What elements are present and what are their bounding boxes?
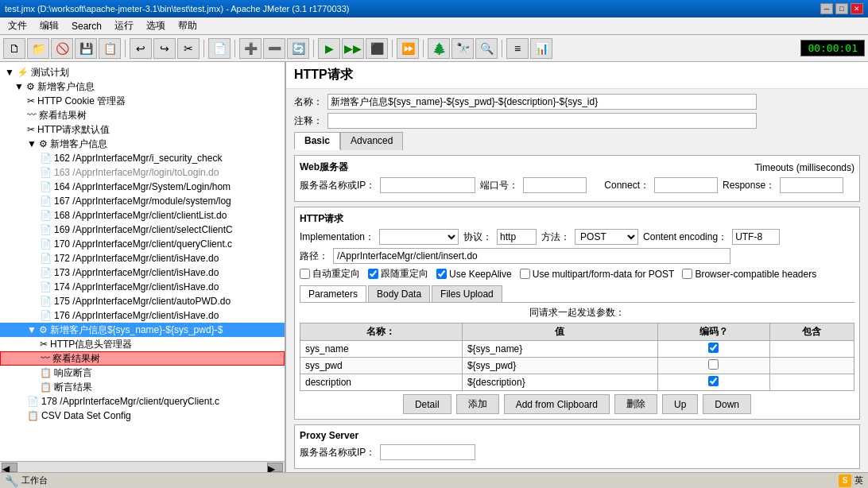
add-from-clipboard-button[interactable]: Add from Clipboard [504, 394, 610, 414]
impl-select[interactable] [379, 229, 459, 245]
row3-value[interactable]: ${description} [462, 374, 657, 391]
menu-file[interactable]: 文件 [3, 17, 32, 34]
connect-input[interactable] [654, 177, 718, 193]
tree-item-r178[interactable]: 📄 178 /ApprInterfaceMgr/client/queryClie… [0, 394, 285, 409]
row2-name[interactable]: sys_pwd [300, 358, 463, 374]
toolbar-list[interactable]: ≡ [506, 38, 529, 59]
tree-item-r174[interactable]: 📄 174 /ApprInterfaceMgr/client/isHave.do [0, 280, 285, 294]
tab-advanced[interactable]: Advanced [340, 132, 403, 150]
up-button[interactable]: Up [662, 394, 698, 414]
tree-item-plan[interactable]: ▼ ⚡ 测试计划 [0, 65, 285, 79]
tree-item-r162[interactable]: 📄 162 /ApprInterfaceMgr/i_security_check [0, 151, 285, 165]
close-button[interactable]: ✕ [851, 3, 863, 14]
toolbar-trees[interactable]: 🌲 [428, 38, 450, 59]
toolbar-stop[interactable]: ⬛ [366, 38, 388, 59]
tree-item-r176[interactable]: 📄 176 /ApprInterfaceMgr/client/isHave.do [0, 308, 285, 323]
name-input[interactable] [327, 94, 757, 110]
encoding-input[interactable] [732, 229, 780, 245]
scroll-right-btn[interactable]: ▶ [267, 463, 283, 472]
tree-item-view-tree[interactable]: 〰 察看结果树 [0, 108, 285, 122]
follow-redirect-cb[interactable] [368, 269, 378, 279]
tree-item-new-client3[interactable]: ▼ ⚙ 新增客户信息${sys_name}-${sys_pwd}-$ [0, 323, 285, 337]
browser-compat-cb[interactable] [682, 269, 692, 279]
tree-item-http-header[interactable]: ✂ HTTP信息头管理器 [0, 337, 285, 351]
scroll-left-btn[interactable]: ◀ [2, 463, 17, 472]
comment-input[interactable] [327, 113, 757, 129]
tree-item-r173[interactable]: 📄 173 /ApprInterfaceMgr/client/isHave.do [0, 265, 285, 280]
tree-item-r163[interactable]: 📄 163 /ApprInterfaceMgr/login/toLogin.do [0, 165, 285, 180]
toolbar-props[interactable]: 📊 [530, 38, 552, 59]
tree-item-r169[interactable]: 📄 169 /ApprInterfaceMgr/client/selectCli… [0, 223, 285, 237]
toolbar-saveas[interactable]: 📋 [99, 38, 121, 59]
toolbar-redo[interactable]: ↪ [153, 38, 176, 59]
toolbar-copy[interactable]: 📄 [208, 38, 231, 59]
tree-item-view-tree2[interactable]: 〰 察看结果树 [0, 351, 285, 366]
toolbar-search[interactable]: 🔍 [475, 38, 498, 59]
sub-tab-parameters[interactable]: Parameters [300, 285, 366, 302]
tab-basic[interactable]: Basic [294, 132, 340, 150]
menu-run[interactable]: 运行 [110, 17, 138, 34]
port-input[interactable] [523, 177, 587, 193]
tree-item-r172[interactable]: 📄 172 /ApprInterfaceMgr/client/isHave.do [0, 251, 285, 265]
minimize-button[interactable]: ─ [820, 3, 833, 14]
add-button[interactable]: 添加 [456, 394, 499, 414]
auto-redirect-cb[interactable] [300, 269, 310, 279]
toolbar-open[interactable]: 📁 [27, 38, 49, 59]
row3-encode[interactable] [658, 374, 770, 391]
tree-item-csv[interactable]: 📋 CSV Data Set Config [0, 409, 285, 423]
toolbar-timer: 00:00:01 [800, 40, 865, 56]
menu-search[interactable]: Search [67, 19, 107, 33]
toolbar-new[interactable]: 🗋 [3, 38, 25, 59]
proxy-server-input[interactable] [380, 444, 475, 460]
row1-value[interactable]: ${sys_name} [462, 341, 657, 358]
toolbar-binoculars[interactable]: 🔭 [451, 38, 474, 59]
sub-tab-files-upload[interactable]: Files Upload [432, 285, 502, 302]
row3-name[interactable]: description [300, 374, 463, 391]
hscroll-track[interactable] [19, 464, 265, 471]
path-input[interactable] [333, 248, 730, 264]
protocol-input[interactable] [497, 229, 537, 245]
toolbar-close[interactable]: 🚫 [51, 38, 73, 59]
tree-item-r168[interactable]: 📄 168 /ApprInterfaceMgr/client/clientLis… [0, 208, 285, 223]
response-input[interactable] [780, 177, 843, 193]
tree-item-response-assert[interactable]: 📋 响应断言 [0, 366, 285, 380]
detail-button[interactable]: Detail [403, 394, 451, 414]
tree-item-assert-result[interactable]: 📋 断言结果 [0, 380, 285, 394]
row1-encode[interactable] [658, 341, 770, 358]
delete-button[interactable]: 删除 [614, 394, 657, 414]
server-input[interactable] [380, 177, 475, 193]
down-button[interactable]: Down [703, 394, 751, 414]
toolbar-add[interactable]: ➕ [239, 38, 262, 59]
tree-item-new-client[interactable]: ▼ ⚙ 新增客户信息 [0, 79, 285, 94]
row1-include[interactable] [769, 341, 854, 358]
toolbar-undo[interactable]: ↩ [130, 38, 152, 59]
tree-item-default[interactable]: ✂ HTTP请求默认值 [0, 122, 285, 137]
tree-hscrollbar[interactable]: ◀ ▶ [0, 461, 285, 472]
tree-item-r175[interactable]: 📄 175 /ApprInterfaceMgr/client/autoPWD.d… [0, 294, 285, 308]
tree-item-r167[interactable]: 📄 167 /ApprInterfaceMgr/module/system/lo… [0, 194, 285, 208]
tree-item-r170[interactable]: 📄 170 /ApprInterfaceMgr/client/queryClie… [0, 237, 285, 251]
toolbar-save[interactable]: 💾 [75, 38, 97, 59]
tree-item-cookie[interactable]: ✂ HTTP Cookie 管理器 [0, 94, 285, 108]
tree-item-r164[interactable]: 📄 164 /ApprInterfaceMgr/System/Login/hom [0, 180, 285, 194]
maximize-button[interactable]: □ [835, 3, 848, 14]
toolbar-cut[interactable]: ✂ [177, 38, 200, 59]
toolbar-remote-start[interactable]: ⏩ [397, 38, 419, 59]
menu-help[interactable]: 帮助 [173, 17, 202, 34]
keepalive-cb[interactable] [436, 269, 447, 279]
tree-item-new-client2[interactable]: ▼ ⚙ 新增客户信息 [0, 137, 285, 151]
toolbar-start-nopause[interactable]: ▶▶ [342, 38, 364, 59]
toolbar-clear[interactable]: 🔄 [287, 38, 309, 59]
row2-encode[interactable] [658, 358, 770, 374]
method-select[interactable]: POST GET [575, 229, 638, 245]
row3-include[interactable] [769, 374, 854, 391]
row2-value[interactable]: ${sys_pwd} [462, 358, 657, 374]
toolbar-remove[interactable]: ➖ [263, 38, 285, 59]
toolbar-start[interactable]: ▶ [318, 38, 340, 59]
row2-include[interactable] [769, 358, 854, 374]
multipart-cb[interactable] [520, 269, 530, 279]
sub-tab-body-data[interactable]: Body Data [368, 285, 430, 302]
menu-options[interactable]: 选项 [141, 17, 170, 34]
row1-name[interactable]: sys_name [300, 341, 463, 358]
menu-edit[interactable]: 编辑 [35, 17, 64, 34]
